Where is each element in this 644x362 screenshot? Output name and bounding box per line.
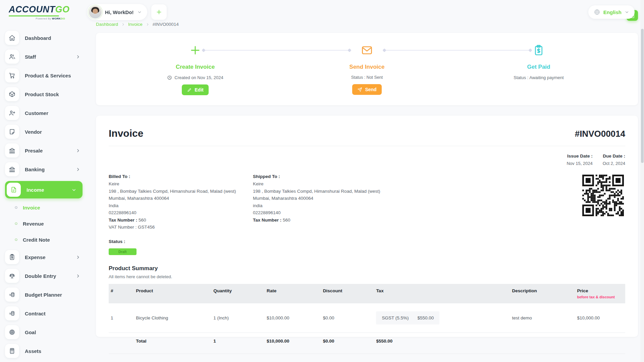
brand-powered-by: Powered By WORKDO — [9, 17, 65, 20]
sidebar-item-expense[interactable]: Expense — [5, 250, 83, 264]
sidebar-item-label: Expense — [25, 254, 70, 260]
sidebar-item-assets[interactable]: Assets — [5, 344, 83, 358]
sidebar-item-label: Vendor — [25, 129, 83, 135]
invoice-title: Invoice — [109, 128, 143, 139]
chevron-down-icon — [71, 187, 76, 192]
chevron-right-icon — [75, 255, 80, 260]
invoice-status-block: Status : Draft — [109, 239, 625, 255]
col-tax: Tax — [372, 284, 508, 303]
home-icon — [5, 31, 19, 45]
package-icon — [5, 87, 19, 101]
note-icon — [5, 125, 19, 139]
col-product: Product — [132, 284, 209, 303]
users-icon — [5, 50, 19, 64]
sidebar-item-label: Assets — [25, 348, 83, 354]
edit-invoice-button[interactable]: Edit — [182, 84, 208, 95]
send-icon — [357, 87, 362, 92]
clock-icon — [167, 75, 172, 80]
sidebar-item-presale[interactable]: Presale — [5, 143, 83, 158]
sidebar-item-label: Income — [26, 187, 66, 193]
sidebar-item-double-entry[interactable]: Double Entry — [5, 269, 83, 283]
price-note: before tax & discount — [577, 295, 621, 299]
quick-add-button[interactable] — [151, 4, 167, 20]
target-icon — [5, 325, 19, 339]
clipboard-dollar-icon — [5, 250, 19, 264]
sidebar-item-staff[interactable]: Staff — [5, 50, 83, 64]
sidebar-item-goal[interactable]: Goal — [5, 325, 83, 339]
step-create-invoice: Create Invoice Created on Nov 15, 2024 E… — [109, 43, 281, 95]
qr-code — [582, 175, 624, 216]
sidebar-item-label: Goal — [25, 329, 83, 335]
col-price: Pricebefore tax & discount — [573, 284, 625, 303]
clipboard-dollar-icon — [533, 44, 545, 56]
circle-icon — [14, 205, 18, 209]
step-status: Created on Nov 15, 2024 — [167, 75, 223, 80]
plus-icon — [156, 9, 162, 15]
brand-logo[interactable]: ACCOUNTGO Powered By WORKDO — [9, 4, 87, 20]
tax-chip: SGST (5.5%)$550.00 — [376, 311, 439, 324]
sidebar-item-product-services[interactable]: Product & Services — [5, 68, 83, 82]
sidebar-item-vendor[interactable]: Vendor — [5, 125, 83, 139]
product-summary-note: All items here cannot be deleted. — [109, 274, 625, 279]
page-scrollbar[interactable] — [640, 0, 644, 362]
main-content: Invoice Detail Dashboard Invoice #INVO00… — [88, 0, 644, 337]
sidebar-item-banking[interactable]: Banking — [5, 162, 83, 176]
user-menu[interactable]: Hi, WorkDo! — [87, 4, 147, 20]
cart-icon — [5, 68, 19, 82]
table-header-row: # Product Quantity Rate Discount Tax Des… — [109, 284, 625, 303]
table-row: 1 Bicycle Clothing 1 (Inch) $10,000.00 $… — [109, 303, 625, 333]
calculator-icon — [5, 344, 19, 358]
pencil-icon — [187, 87, 192, 93]
issue-date-block: Issue Date : Nov 15, 2024 — [567, 154, 592, 166]
sidebar-item-label: Product Stock — [25, 92, 83, 97]
sidebar-item-customer[interactable]: Customer — [5, 106, 83, 120]
sidebar-subitem-credit-note[interactable]: Credit Note — [5, 234, 83, 245]
status-badge: Draft — [109, 248, 137, 255]
invoice-addresses: Billed To : Keire 198 , Bombay Talkies C… — [109, 174, 625, 231]
send-invoice-button[interactable]: Send — [352, 84, 381, 95]
bank-icon — [5, 162, 19, 176]
step-title: Get Paid — [527, 64, 550, 70]
sidebar-item-income[interactable]: Income — [5, 181, 83, 198]
step-send-invoice: Send Invoice Status : Not Sent Send — [281, 43, 453, 95]
col-index: # — [109, 284, 132, 303]
avatar — [89, 6, 102, 18]
coins-icon: $ — [5, 288, 19, 302]
chevron-right-icon — [75, 167, 80, 172]
scrollbar-thumb[interactable] — [641, 29, 644, 163]
invoice-dates: Issue Date : Nov 15, 2024 Due Date : Oct… — [109, 154, 625, 166]
step-status: Status : Awaiting payment — [514, 75, 564, 80]
sidebar-subitem-label: Invoice — [23, 205, 40, 210]
svg-text:$: $ — [9, 312, 11, 315]
user-plus-icon — [5, 106, 19, 120]
steps-row: Create Invoice Created on Nov 15, 2024 E… — [109, 43, 625, 95]
language-selector[interactable]: English — [588, 5, 635, 19]
bank-icon — [5, 143, 19, 158]
chevron-right-icon — [75, 148, 80, 153]
sidebar: DashboardStaffProduct & ServicesProduct … — [0, 26, 88, 362]
sidebar-nav: DashboardStaffProduct & ServicesProduct … — [5, 31, 83, 358]
step-connector — [384, 50, 530, 51]
sidebar-subitem-invoice[interactable]: Invoice — [5, 202, 83, 213]
globe-icon — [594, 9, 600, 15]
top-bar: ACCOUNTGO Powered By WORKDO Hi, WorkDo! … — [0, 0, 644, 24]
sidebar-item-dashboard[interactable]: Dashboard — [5, 31, 83, 45]
invoice-number: #INVO00014 — [575, 129, 625, 139]
sidebar-item-budget-planner[interactable]: $Budget Planner — [5, 288, 83, 302]
chevron-down-icon — [137, 10, 142, 14]
sidebar-item-contract[interactable]: $Contract — [5, 306, 83, 320]
sidebar-item-label: Budget Planner — [25, 292, 83, 298]
col-quantity: Quantity — [209, 284, 263, 303]
coins-icon: $ — [5, 306, 19, 320]
file-text-icon — [7, 183, 21, 197]
divider — [109, 146, 625, 146]
sidebar-item-label: Customer — [25, 110, 83, 116]
sidebar-item-label: Staff — [25, 54, 70, 60]
chevron-down-icon — [625, 10, 629, 14]
language-label: English — [603, 9, 622, 15]
invoice-detail-card: Invoice #INVO00014 Issue Date : Nov 15, … — [96, 116, 638, 337]
sidebar-subitem-revenue[interactable]: Revenue — [5, 218, 83, 229]
sidebar-item-product-stock[interactable]: Product Stock — [5, 87, 83, 101]
sidebar-item-label: Product & Services — [25, 73, 83, 78]
sidebar-item-label: Presale — [25, 148, 70, 154]
